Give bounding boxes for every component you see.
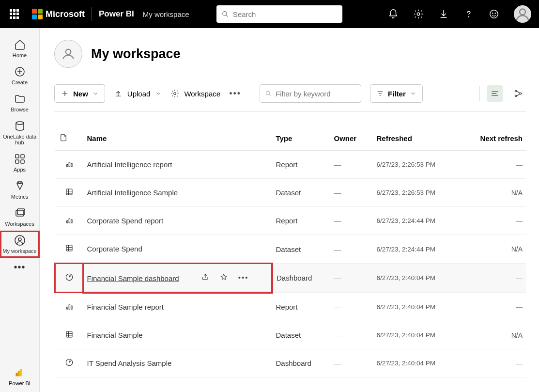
list-view-button[interactable]: [487, 85, 503, 102]
chevron-down-icon: [410, 90, 416, 97]
star-icon[interactable]: [220, 273, 228, 281]
col-owner[interactable]: Owner: [330, 126, 373, 151]
svg-rect-20: [16, 373, 18, 376]
row-next-refresh: —: [460, 349, 527, 377]
nav-create[interactable]: Create: [0, 62, 40, 89]
row-type: Report: [272, 207, 330, 235]
row-next-refresh: —: [460, 293, 527, 321]
upload-button[interactable]: Upload: [114, 89, 162, 98]
row-type: Report: [272, 293, 330, 321]
nav-onelake-label: OneLake data hub: [0, 134, 40, 145]
row-name[interactable]: Artificial Intelligence report: [83, 151, 272, 179]
table-row[interactable]: Corporate Spend report Report — 6/27/23,…: [55, 207, 527, 235]
notifications-icon[interactable]: [388, 9, 399, 19]
nav-apps-label: Apps: [14, 167, 26, 172]
row-next-refresh: N/A: [460, 235, 527, 264]
svg-line-24: [269, 94, 271, 96]
col-name[interactable]: Name: [83, 126, 272, 151]
toolbar-more[interactable]: •••: [229, 89, 241, 99]
gear-icon: [170, 89, 179, 98]
workspace-settings-button[interactable]: Workspace: [170, 89, 220, 98]
user-avatar[interactable]: [514, 5, 531, 23]
lineage-view-button[interactable]: [510, 85, 526, 102]
table-row[interactable]: Financial Sample dashboard ••• Dashboard…: [55, 264, 527, 293]
col-next-refresh[interactable]: Next refresh: [460, 126, 527, 151]
feedback-icon[interactable]: [489, 9, 499, 19]
row-name[interactable]: Corporate Spend: [83, 235, 272, 264]
microsoft-wordmark: Microsoft: [46, 9, 85, 19]
row-refreshed: 6/27/23, 2:26:53 PM: [373, 179, 460, 207]
row-next-refresh: N/A: [460, 179, 527, 207]
nav-home[interactable]: Home: [0, 35, 40, 62]
nav-metrics[interactable]: Metrics: [0, 176, 40, 204]
col-icon[interactable]: [55, 126, 83, 151]
row-owner: —: [330, 293, 373, 321]
row-name[interactable]: Financial Sample dashboard •••: [83, 264, 272, 293]
app-launcher-icon[interactable]: [8, 7, 21, 21]
search-icon: [265, 90, 272, 97]
breadcrumb[interactable]: My workspace: [143, 10, 189, 18]
download-icon[interactable]: [438, 9, 449, 19]
svg-rect-34: [71, 220, 72, 223]
settings-icon[interactable]: [413, 9, 424, 19]
row-more[interactable]: •••: [238, 273, 249, 282]
table-row[interactable]: Corporate Spend Dataset — 6/27/23, 2:24:…: [55, 235, 527, 264]
nav-powerbi-footer[interactable]: Power BI: [9, 367, 31, 392]
nav-workspaces[interactable]: Workspaces: [0, 204, 40, 231]
table-row[interactable]: Artificial Intelligence Sample Dataset —…: [55, 179, 527, 207]
table-row[interactable]: Artificial Intelligence report Report — …: [55, 151, 527, 179]
filter-button[interactable]: Filter: [370, 84, 423, 103]
row-refreshed: 6/27/23, 2:24:44 PM: [373, 207, 460, 235]
col-refreshed[interactable]: Refreshed: [373, 126, 460, 151]
row-name[interactable]: Financial Sample report: [83, 293, 272, 321]
home-icon: [14, 39, 26, 50]
table-row[interactable]: Financial Sample report Report — 6/27/23…: [55, 293, 527, 321]
new-button[interactable]: New: [54, 84, 105, 103]
nav-home-label: Home: [13, 52, 27, 58]
row-type-icon: [55, 235, 83, 264]
svg-point-23: [266, 91, 269, 94]
nav-my-workspace[interactable]: My workspace: [0, 231, 40, 258]
row-name[interactable]: Corporate Spend report: [83, 207, 272, 235]
global-search-input[interactable]: [233, 10, 338, 18]
row-name[interactable]: Artificial Intelligence Sample: [83, 179, 272, 207]
svg-point-5: [493, 13, 493, 14]
col-type[interactable]: Type: [272, 126, 330, 151]
table-row[interactable]: Financial Sample Dataset — 6/27/23, 2:40…: [55, 321, 527, 349]
nav-more[interactable]: •••: [14, 262, 25, 273]
filter-button-label: Filter: [388, 90, 406, 98]
workspace-avatar: [54, 40, 82, 68]
row-name[interactable]: Financial Sample: [83, 321, 272, 349]
row-type-icon: [55, 151, 83, 179]
toolbar-divider: [54, 111, 526, 112]
nav-browse[interactable]: Browse: [0, 89, 40, 116]
table-row[interactable]: IT Spend Analysis Sample Dashboard — 6/2…: [55, 349, 527, 377]
filter-keyword-field[interactable]: [276, 90, 356, 98]
workspace-title: My workspace: [91, 47, 181, 62]
global-search[interactable]: [216, 5, 342, 23]
svg-rect-19: [18, 371, 20, 376]
row-name[interactable]: IT Spend Analysis Sample: [83, 349, 272, 377]
share-icon[interactable]: [201, 273, 209, 281]
row-type-icon: [55, 264, 83, 293]
nav-browse-label: Browse: [11, 107, 29, 112]
svg-point-0: [222, 12, 226, 16]
nav-onelake[interactable]: OneLake data hub: [0, 116, 40, 149]
workspace-toolbar: New Upload Workspace ••• Filter: [54, 84, 526, 103]
apps-icon: [14, 153, 26, 165]
svg-rect-18: [20, 369, 22, 376]
my-workspace-icon: [14, 235, 26, 246]
microsoft-logo[interactable]: Microsoft: [32, 9, 85, 19]
nav-apps[interactable]: Apps: [0, 149, 40, 176]
svg-point-7: [520, 9, 525, 15]
svg-point-25: [515, 90, 516, 92]
svg-point-3: [468, 16, 469, 17]
create-icon: [14, 66, 26, 78]
svg-point-4: [490, 10, 498, 18]
metrics-icon: [14, 180, 26, 192]
plus-icon: [61, 89, 69, 98]
svg-point-16: [15, 235, 25, 245]
help-icon[interactable]: [463, 9, 474, 19]
row-owner: —: [330, 151, 373, 179]
filter-keyword-input[interactable]: [260, 84, 361, 103]
